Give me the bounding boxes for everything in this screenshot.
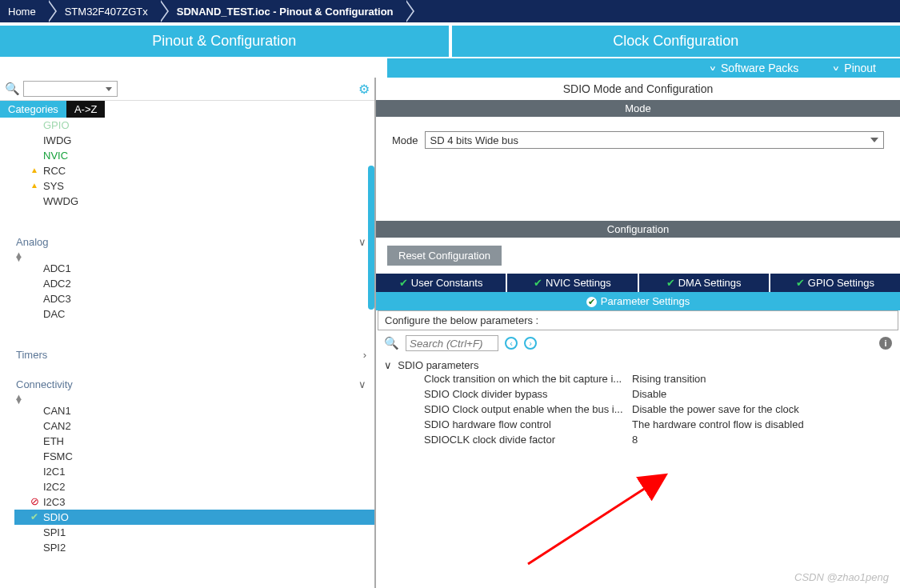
item-gpio[interactable]: GPIO (14, 118, 374, 133)
chevron-down-icon: ∨ (832, 64, 840, 72)
item-i2c1[interactable]: I2C1 (14, 464, 374, 479)
section-analog[interactable]: Analog∨ (14, 231, 374, 253)
chevron-down-icon: ∨ (358, 236, 366, 248)
tab-az[interactable]: A->Z (66, 101, 106, 118)
item-eth[interactable]: ETH (14, 434, 374, 449)
tab-clock-config[interactable]: Clock Configuration (452, 26, 901, 57)
tab-nvic-settings[interactable]: ✔NVIC Settings (507, 274, 637, 292)
chevron-down-icon: ∨ (709, 64, 717, 72)
param-row[interactable]: SDIOCLK clock divide factor8 (384, 432, 892, 447)
item-adc1[interactable]: ADC1 (14, 261, 374, 276)
param-row[interactable]: SDIO Clock output enable when the bus i.… (384, 402, 892, 417)
peripheral-title: SDIO Mode and Configuration (376, 78, 900, 100)
item-spi1[interactable]: SPI1 (14, 525, 374, 540)
dropdown-pinout[interactable]: ∨Pinout (832, 62, 876, 74)
search-icon[interactable]: 🔍 (384, 336, 399, 350)
section-connectivity[interactable]: Connectivity∨ (14, 374, 374, 395)
item-adc2[interactable]: ADC2 (14, 276, 374, 291)
crumb-home[interactable]: Home (0, 0, 47, 22)
config-band: Configuration (376, 221, 900, 238)
tab-pinout-config[interactable]: Pinout & Configuration (0, 26, 449, 57)
tab-dma-settings[interactable]: ✔DMA Settings (639, 274, 769, 292)
item-can1[interactable]: CAN1 (14, 403, 374, 418)
check-icon: ✔ (586, 297, 597, 307)
item-fsmc[interactable]: FSMC (14, 449, 374, 464)
chevron-down-icon: ∨ (358, 378, 366, 390)
dropdown-software-packs[interactable]: ∨Software Packs (709, 62, 798, 74)
breadcrumb: Home STM32F407ZGTx SDNAND_TEST.ioc - Pin… (0, 0, 900, 22)
peripheral-search-combo[interactable] (23, 81, 118, 97)
reset-configuration-button[interactable]: Reset Configuration (387, 246, 502, 266)
item-iwdg[interactable]: IWDG (14, 133, 374, 148)
item-nvic[interactable]: NVIC (14, 148, 374, 163)
peripheral-tree: GPIO IWDG NVIC RCC SYS WWDG Analog∨ ▲▼ A… (0, 118, 374, 588)
param-group-sdio[interactable]: ∨ SDIO parameters (384, 359, 892, 371)
chevron-right-icon: › (363, 349, 366, 361)
param-row[interactable]: Clock transition on which the bit captur… (384, 371, 892, 386)
item-wwdg[interactable]: WWDG (14, 194, 374, 209)
sort-arrow-icon[interactable]: ▲▼ (14, 253, 206, 261)
check-icon: ✔ (796, 277, 805, 289)
right-panel: SDIO Mode and Configuration Mode Mode SD… (376, 78, 900, 588)
check-icon: ✔ (534, 277, 542, 289)
tab-user-constants[interactable]: ✔User Constants (376, 274, 506, 292)
item-i2c2[interactable]: I2C2 (14, 479, 374, 494)
tab-gpio-settings[interactable]: ✔GPIO Settings (770, 274, 900, 292)
param-row[interactable]: SDIO hardware flow controlThe hardware c… (384, 417, 892, 432)
item-rcc[interactable]: RCC (14, 163, 374, 178)
next-match-icon[interactable]: › (524, 337, 537, 350)
check-icon: ✔ (399, 277, 408, 289)
check-icon: ✔ (666, 277, 675, 289)
param-search-input[interactable] (406, 335, 498, 351)
configure-label: Configure the below parameters : (378, 310, 898, 330)
left-panel: 🔍 ⚙ Categories A->Z GPIO IWDG NVIC RCC S… (0, 78, 376, 588)
item-dac[interactable]: DAC (14, 306, 374, 322)
search-icon[interactable]: 🔍 (5, 82, 20, 96)
item-spi2[interactable]: SPI2 (14, 540, 374, 555)
section-timers[interactable]: Timers› (14, 344, 374, 366)
mode-select[interactable]: SD 4 bits Wide bus (425, 131, 884, 149)
gear-icon[interactable]: ⚙ (358, 82, 370, 97)
tab-parameter-settings[interactable]: ✔Parameter Settings (376, 292, 900, 310)
mode-band: Mode (376, 100, 900, 117)
mode-label: Mode (392, 134, 418, 146)
crumb-device[interactable]: STM32F407ZGTx (47, 0, 159, 22)
crumb-file[interactable]: SDNAND_TEST.ioc - Pinout & Configuration (159, 0, 405, 22)
credit-text: CSDN @zhao1peng (794, 571, 889, 583)
item-sdio[interactable]: SDIO (14, 510, 374, 525)
item-i2c3[interactable]: I2C3 (14, 494, 374, 510)
tab-categories[interactable]: Categories (0, 101, 66, 118)
prev-match-icon[interactable]: ‹ (505, 337, 518, 350)
sort-arrow-icon[interactable]: ▲▼ (14, 395, 206, 403)
item-sys[interactable]: SYS (14, 178, 374, 194)
item-adc3[interactable]: ADC3 (14, 291, 374, 306)
info-icon[interactable]: i (879, 337, 892, 350)
param-row[interactable]: SDIO Clock divider bypassDisable (384, 386, 892, 402)
item-can2[interactable]: CAN2 (14, 418, 374, 434)
